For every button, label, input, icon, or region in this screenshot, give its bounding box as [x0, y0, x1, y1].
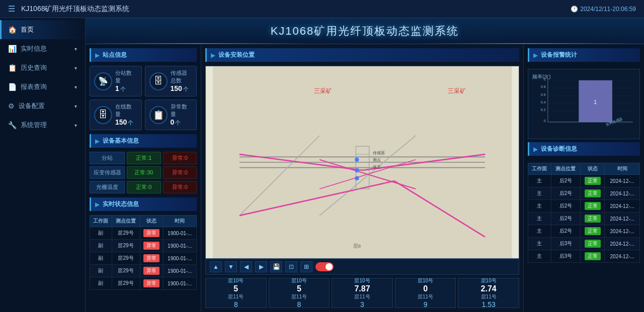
- device-install-header: ▶ 设备安装位置: [205, 48, 519, 62]
- substation-unit: 个: [120, 85, 126, 93]
- svg-text:状态: 状态: [372, 164, 381, 169]
- online-unit: 个: [128, 119, 133, 127]
- rt-section-icon: ▶: [95, 201, 100, 208]
- chevron-down-icon-3: ▾: [74, 84, 77, 90]
- rt-col-status: 状态: [140, 216, 163, 227]
- station-cards: 📡 分站数量 1 个 🗄 传感器总数: [90, 66, 197, 130]
- three-col-layout: ▶ 站点信息 📡 分站数量 1 个: [86, 44, 644, 312]
- sidebar-item-report[interactable]: 📄 报表查询 ▾: [0, 77, 85, 96]
- diag-cell-point: 后3号: [551, 250, 581, 263]
- report-icon: 📄: [8, 83, 17, 91]
- sidebar-item-device[interactable]: ⚙ 设备配置 ▾: [0, 96, 85, 116]
- diag-title: 设备诊断信息: [541, 145, 577, 153]
- stat-col-3: 层10号 0 层11号 9: [395, 278, 456, 308]
- rt-table-row: 副 层29号 异常 1900-01-...: [90, 240, 197, 252]
- btn-up[interactable]: ▲: [210, 261, 222, 272]
- device-label-substation: 分站: [90, 152, 125, 164]
- abnormal-value: 0: [171, 118, 175, 126]
- btn-save[interactable]: 💾: [270, 261, 282, 272]
- device-install-section: ▶ 设备安装位置 三采矿 三采矿: [205, 48, 519, 275]
- device-label-temp: 光栅温度: [90, 181, 125, 193]
- device-row-2: 光栅温度 正常:0 异常:0: [90, 181, 197, 193]
- rt-cell-point: 层29号: [112, 240, 140, 252]
- btn-down[interactable]: ▼: [225, 261, 237, 272]
- btn-left[interactable]: ◀: [240, 261, 252, 272]
- stat-bottom-value-3: 9: [424, 300, 428, 308]
- sidebar-item-home[interactable]: 🏠 首页: [0, 20, 85, 39]
- svg-text:0.8: 0.8: [541, 85, 546, 89]
- rt-cell-time: 1900-01-...: [163, 265, 196, 277]
- stat-top-value-4: 2.74: [481, 284, 497, 293]
- sensor-total-unit: 个: [183, 85, 189, 93]
- svg-text:0.2: 0.2: [541, 108, 546, 112]
- diag-table-row: 主 后2号 正常 2024-12-...: [528, 187, 640, 200]
- diag-cell-status: 正常: [581, 238, 605, 250]
- bottom-stats: 层10号 5 层11号 8 层10号 5 层11号 8 层10号 7.87: [205, 278, 519, 308]
- diag-cell-time: 2024-12-...: [605, 200, 640, 213]
- sidebar-item-realtime[interactable]: 📊 实时信息 ▾: [0, 39, 85, 58]
- sidebar-label-report: 报表查询: [21, 82, 47, 91]
- diag-cell-face: 主: [528, 238, 551, 250]
- diag-table-row: 主 后2号 正常 2024-12-...: [528, 200, 640, 213]
- sensor-total-icon: 🗄: [149, 72, 168, 90]
- map-container[interactable]: 三采矿 三采矿: [205, 66, 519, 259]
- clock-icon: 🕐: [571, 6, 578, 13]
- diag-cell-time: 2024-12-...: [605, 213, 640, 225]
- online-value: 150: [115, 118, 127, 126]
- diag-cell-point: 后2号: [551, 187, 581, 200]
- rt-cell-face: 副: [90, 265, 112, 277]
- sidebar-item-history[interactable]: 📋 历史查询 ▾: [0, 58, 85, 77]
- stat-bottom-label-2: 层11号: [354, 293, 370, 300]
- device-diag-table: 工作面 测点位置 状态 时间 主 后2号 正常 2024-12-... 主 后2…: [528, 163, 640, 263]
- sidebar-label-home: 首页: [21, 25, 34, 34]
- stat-top-label-3: 层10号: [418, 277, 433, 284]
- svg-text:三采矿: 三采矿: [448, 87, 466, 94]
- rt-cell-status: 异常: [140, 252, 163, 265]
- device-normal-1: 正常:30: [127, 166, 161, 179]
- diag-col-face: 工作面: [528, 163, 551, 175]
- chevron-down-icon-4: ▾: [74, 103, 77, 109]
- home-icon: 🏠: [8, 26, 17, 34]
- diag-cell-status: 正常: [581, 213, 605, 225]
- page-header: KJ1068矿用光纤顶板动态监测系统: [86, 18, 644, 44]
- sidebar-label-device: 设备配置: [19, 101, 45, 111]
- svg-text:层8: 层8: [353, 243, 361, 249]
- stat-top-value-3: 0: [423, 284, 428, 293]
- stat-col-4: 层10号 2.74 层11号 1.53: [458, 278, 519, 308]
- alarm-chart: 频率(次) 1 0.8 0.6 0.4 0.2 0: [528, 69, 640, 139]
- menu-icon[interactable]: ☰: [8, 4, 15, 14]
- btn-zoom-in[interactable]: ⊡: [285, 261, 297, 272]
- device-row-0: 分站 正常:1 异常:0: [90, 152, 197, 164]
- btn-zoom-out[interactable]: ⊞: [300, 261, 312, 272]
- device-icon: ⚙: [8, 102, 15, 110]
- current-time: 2024/12/11-20:06:59: [580, 6, 636, 13]
- stat-bottom-label-1: 层11号: [291, 293, 307, 300]
- stat-col-1: 层10号 5 层11号 8: [269, 278, 330, 308]
- app-title: KJ1068矿用光纤顶板动态监测系统: [21, 5, 129, 14]
- rt-cell-point: 层29号: [112, 252, 140, 265]
- alarm-title: 设备报警统计: [541, 51, 577, 59]
- diag-cell-status: 正常: [581, 200, 605, 213]
- sidebar-label-realtime: 实时信息: [21, 44, 47, 53]
- diag-cell-time: 2024-12-...: [605, 250, 640, 263]
- station-card-3: 📋 异常数量 0 个: [145, 99, 197, 130]
- chevron-down-icon-5: ▾: [74, 123, 77, 128]
- diag-cell-face: 主: [528, 250, 551, 263]
- svg-point-21: [355, 157, 359, 161]
- svg-text:0.6: 0.6: [541, 93, 546, 97]
- device-basic-header: ▶ 设备基本信息: [90, 134, 197, 148]
- diag-cell-face: 主: [528, 200, 551, 213]
- toggle-switch[interactable]: [315, 262, 334, 271]
- abnormal-label: 异常数量: [171, 103, 193, 118]
- svg-point-23: [355, 176, 359, 180]
- diag-table-row: 主 后3号 正常 2024-12-...: [528, 238, 640, 250]
- substation-value: 1: [115, 84, 119, 92]
- diag-cell-point: 后2号: [551, 225, 581, 238]
- install-title: 设备安装位置: [218, 51, 255, 59]
- sidebar-item-system[interactable]: 🔧 系统管理 ▾: [0, 116, 85, 135]
- page-title: KJ1068矿用光纤顶板动态监测系统: [271, 24, 459, 39]
- diag-col-time: 时间: [605, 163, 640, 175]
- rt-cell-time: 1900-01-...: [163, 277, 196, 290]
- main-layout: 🏠 首页 📊 实时信息 ▾ 📋 历史查询 ▾ 📄 报表查询 ▾ ⚙ 设备配置 ▾…: [0, 18, 644, 312]
- btn-right[interactable]: ▶: [255, 261, 267, 272]
